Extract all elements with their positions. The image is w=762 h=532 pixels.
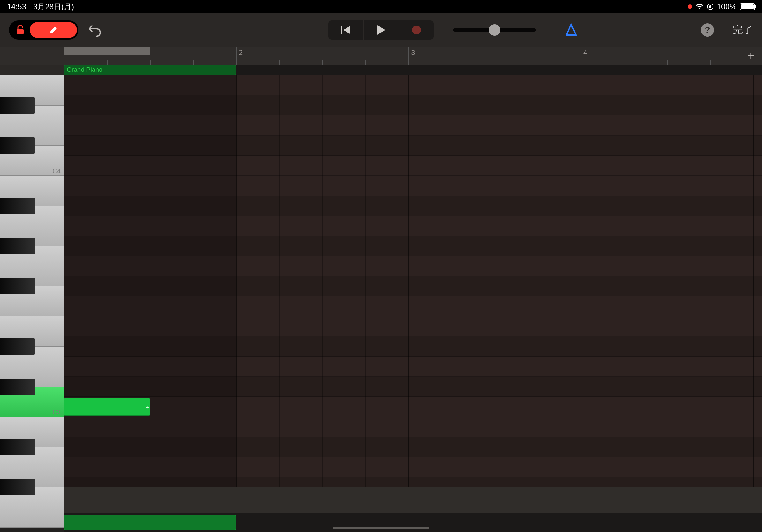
midi-note[interactable] [64,398,150,416]
svg-line-5 [571,26,575,31]
svg-rect-2 [17,29,24,34]
black-key[interactable] [0,378,35,395]
note-grid[interactable] [64,75,762,487]
play-button[interactable] [363,21,399,39]
wifi-icon [695,4,704,10]
bar-label: 2 [239,48,243,57]
toolbar: ? 完了 [0,13,762,46]
cycle-range[interactable] [64,46,150,55]
piano-roll: C4C3 [0,75,762,487]
done-button[interactable]: 完了 [733,23,753,37]
volume-thumb[interactable] [489,24,500,36]
screen-record-icon [688,4,692,9]
ruler-gutter [0,46,64,65]
svg-point-4 [412,26,421,34]
black-key[interactable] [0,198,35,214]
status-date: 3月28日(月) [33,2,74,12]
mode-pill [9,21,79,39]
black-key[interactable] [0,278,35,295]
black-key[interactable] [0,338,35,355]
black-key[interactable] [0,137,35,154]
status-bar: 14:53 3月28日(月) 100% [0,0,762,13]
help-button[interactable]: ? [701,23,714,37]
add-region-button[interactable]: + [740,46,762,65]
svg-rect-3 [341,26,343,34]
region-strip: Grand Piano [0,65,762,75]
black-key[interactable] [0,238,35,254]
svg-rect-1 [709,5,711,8]
record-button[interactable] [399,21,434,39]
battery-pct: 100% [717,2,736,11]
home-indicator [333,527,429,529]
piano-keyboard[interactable]: C4C3 [0,75,64,487]
black-key[interactable] [0,97,35,113]
region-gutter [0,65,64,75]
rotation-lock-icon [707,3,714,10]
transport-controls [328,21,434,39]
black-key[interactable] [0,479,35,495]
key-label: C3 [52,409,61,416]
edit-button[interactable] [30,22,77,38]
battery-icon [740,3,755,10]
lock-button[interactable] [11,22,30,38]
metronome-button[interactable] [562,21,581,39]
sustain-lane: SUSTAIN [0,487,762,513]
velocity-region[interactable] [64,515,236,530]
svg-rect-6 [566,34,576,36]
ruler-row: 1234 + [0,46,762,65]
bar-label: 3 [411,48,415,57]
undo-button[interactable] [84,21,106,39]
status-time: 14:53 [7,2,26,11]
go-to-start-button[interactable] [328,21,363,39]
master-volume-slider[interactable] [453,29,536,32]
region-lane[interactable]: Grand Piano [64,65,762,75]
sustain-track[interactable] [64,487,762,513]
key-label: C4 [52,167,61,175]
timeline-ruler[interactable]: 1234 [64,46,740,65]
midi-region[interactable]: Grand Piano [64,65,236,75]
bar-label: 4 [583,48,587,57]
black-key[interactable] [0,439,35,455]
